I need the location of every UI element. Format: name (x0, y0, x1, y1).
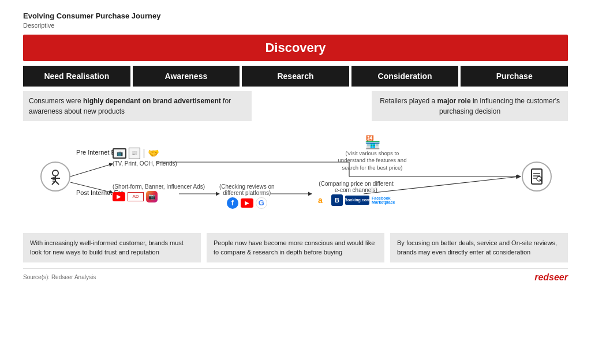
shop-label: (Visit various shops to understand the f… (335, 150, 410, 171)
instagram-icon: 📷 (146, 191, 158, 202)
stage-awareness: Awareness (133, 66, 240, 87)
facebook-icon: f (227, 197, 238, 209)
svg-line-11 (52, 181, 55, 185)
svg-line-0 (70, 164, 113, 177)
stages-row: Need Realisation Awareness Research Cons… (23, 66, 568, 87)
pre-icons-label: (TV, Print, OOH, Friends) (113, 160, 177, 167)
person-circle (40, 162, 70, 192)
diagram-area: Pre Internet Era Post Internet Era 📺 📰 🤝… (23, 125, 568, 228)
svg-point-8 (53, 170, 58, 176)
discovery-bar: Discovery (23, 35, 568, 61)
header-title: Evolving Consumer Purchase Journey (23, 12, 568, 21)
post-ads-label: (Short-form, Banner, Influencer Ads) (113, 183, 205, 190)
shop-cluster: 🏪 (Visit various shops to understand the… (335, 135, 410, 171)
booking-icon-b: B (331, 194, 343, 206)
stage-consideration: Consideration (351, 66, 459, 87)
display-ads-icon: AD (128, 192, 144, 201)
stage-need-realisation: Need Realisation (23, 66, 130, 87)
post-compare-cluster: (Comparing price on differente-com chann… (312, 179, 401, 206)
print-icon: 📰 (129, 148, 140, 159)
youtube-icon: ▶ (113, 192, 125, 201)
svg-line-12 (55, 181, 59, 185)
google-icon: G (256, 197, 267, 209)
stage-purchase: Purchase (461, 66, 568, 87)
shop-icon: 🏪 (365, 135, 380, 150)
footer-logo: redseer (534, 272, 568, 283)
svg-point-21 (537, 177, 541, 181)
purchase-circle (522, 162, 552, 192)
header-subtitle: Descriptive (23, 22, 568, 29)
bottom-box-3: By focusing on better deals, service and… (390, 233, 568, 262)
bottom-row: With increasingly well-informed customer… (23, 233, 568, 262)
info-row: Consumers were highly dependant on brand… (23, 91, 568, 121)
booking-label: Booking.com (345, 196, 369, 205)
post-research-cluster: (Checking reviews ondifferent platforms)… (219, 182, 275, 209)
footer: Source(s): Redseer Analysis redseer (23, 268, 568, 283)
friends-icon: 🤝 (148, 148, 159, 159)
amazon-icon: a (312, 194, 329, 206)
post-ads-cluster: (Short-form, Banner, Influencer Ads) ▶ A… (113, 182, 205, 202)
stage-research: Research (242, 66, 349, 87)
pre-internet-icons: 📺 📰 🤝 (TV, Print, OOH, Friends) (113, 148, 177, 167)
facebook-marketplace-label: Facebook Marketplace (372, 196, 401, 205)
info-box-left: Consumers were highly dependant on brand… (23, 91, 252, 121)
post-compare-label: (Comparing price on differente-com chann… (319, 181, 393, 193)
post-research-label: (Checking reviews ondifferent platforms) (219, 183, 275, 196)
footer-source: Source(s): Redseer Analysis (23, 274, 96, 280)
info-box-right: Retailers played a major role in influen… (372, 91, 568, 121)
youtube-research-icon: ▶ (241, 198, 253, 208)
bottom-box-1: With increasingly well-informed customer… (23, 233, 201, 262)
tv-icon: 📺 (113, 148, 126, 159)
bottom-box-2: People now have become more conscious an… (207, 233, 384, 262)
